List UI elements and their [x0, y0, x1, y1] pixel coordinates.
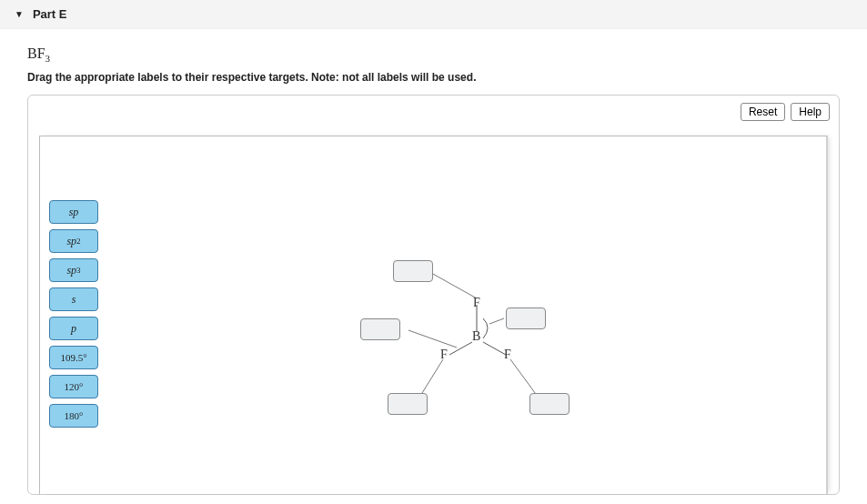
drop-target-bottom-right[interactable] — [529, 393, 570, 415]
svg-line-3 — [431, 273, 477, 298]
svg-line-1 — [449, 342, 472, 355]
svg-line-4 — [489, 318, 504, 324]
drop-target-left[interactable] — [360, 318, 400, 340]
interaction-panel: Reset Help sp sp2 sp3 s p — [27, 95, 840, 495]
molecule-svg — [40, 136, 828, 494]
collapse-icon: ▼ — [15, 9, 24, 19]
formula-base: BF — [27, 45, 45, 61]
part-title: Part E — [33, 7, 67, 21]
drop-target-top[interactable] — [393, 260, 433, 282]
atom-B: B — [472, 329, 480, 344]
instructions-text: Drag the appropriate labels to their res… — [27, 71, 840, 84]
atom-F-top: F — [473, 296, 480, 310]
help-button[interactable]: Help — [791, 103, 830, 121]
part-header[interactable]: ▼ Part E — [0, 0, 867, 29]
content-area: BF3 Drag the appropriate labels to their… — [0, 29, 867, 495]
atom-F-left: F — [440, 348, 448, 362]
svg-line-5 — [408, 330, 457, 348]
formula-subscript: 3 — [45, 53, 51, 64]
chemical-formula: BF3 — [27, 45, 840, 64]
drop-target-bottom-left[interactable] — [388, 393, 428, 415]
drag-canvas[interactable]: sp sp2 sp3 s p 109.5° 120° — [39, 136, 828, 494]
svg-line-2 — [483, 342, 506, 355]
reset-button[interactable]: Reset — [741, 103, 785, 121]
drop-target-angle[interactable] — [506, 307, 546, 329]
atom-F-right: F — [504, 348, 511, 362]
panel-buttons: Reset Help — [741, 103, 830, 121]
